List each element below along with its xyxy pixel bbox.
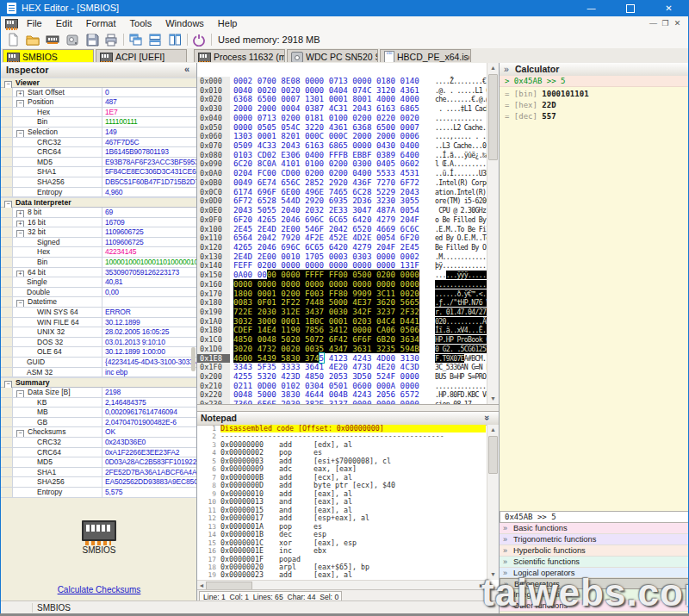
inspector-row[interactable]: +16 bit16709 bbox=[1, 218, 196, 228]
inspector-row[interactable]: WIN SYS 64ERROR bbox=[1, 308, 196, 318]
hex-ascii[interactable]: Íï.ä..xV4...Ê... bbox=[435, 326, 493, 335]
hex-ascii[interactable]: r. 01.47.04/27/2 bbox=[435, 308, 493, 317]
inspector-row[interactable]: Signed1109606725 bbox=[1, 238, 196, 248]
inspector-row[interactable]: Hex42234145 bbox=[1, 247, 196, 258]
hex-ascii[interactable]: ............. . bbox=[435, 114, 493, 123]
tile-vertical-icon[interactable] bbox=[168, 33, 183, 47]
hex-ascii[interactable]: .E.M..To Be Fill bbox=[435, 225, 493, 234]
inspector-row[interactable]: −32 bit1109606725 bbox=[1, 227, 196, 238]
maximize-button[interactable] bbox=[611, 0, 649, 16]
hex-ascii[interactable]: o Be Filled By O bbox=[435, 215, 493, 225]
inspector-row[interactable]: DOS 3203.01.2013 9:10:10 bbox=[1, 338, 196, 348]
menu-item-windows[interactable]: Windows bbox=[158, 16, 211, 32]
open-disk-icon[interactable] bbox=[65, 33, 80, 47]
hex-ascii[interactable]: F.T9X07EA#BCM.10 bbox=[435, 354, 493, 364]
hex-ascii[interactable]: ....‚..... . ... bbox=[435, 132, 493, 141]
inspector-row[interactable]: MD50D03A28AC2B583FF101922D41... bbox=[1, 457, 196, 468]
inspector-row[interactable]: GB2,04704701900482E-6 bbox=[1, 418, 196, 428]
collapse-down-icon[interactable]: » bbox=[482, 415, 493, 420]
open-folder-icon[interactable] bbox=[26, 33, 40, 47]
minimize-button[interactable]: — bbox=[572, 0, 611, 16]
collapse-icon[interactable]: − bbox=[16, 300, 24, 307]
inspector-row[interactable]: Bin10000100010001101000001010... bbox=[1, 258, 196, 268]
notepad-scrollbar[interactable]: ▲ ▼ bbox=[487, 425, 499, 580]
inspector-row[interactable]: Double0,00 bbox=[1, 288, 196, 298]
inspector-row[interactable]: −Data Size [B]2198 bbox=[1, 388, 196, 398]
hex-ascii[interactable]: .....L2 Cache... bbox=[435, 123, 493, 133]
hex-view[interactable]: 0x0000002 0700 8E08 0000 0713 0000 0180 … bbox=[197, 63, 499, 405]
menu-item-tools[interactable]: Tools bbox=[123, 16, 159, 32]
hex-ascii[interactable]: .HP.80FD.KBC Ver bbox=[435, 390, 493, 400]
calculate-checksums-link[interactable]: Calculate Checksums bbox=[1, 585, 197, 594]
collapse-left-icon[interactable]: « bbox=[184, 64, 189, 74]
inspector-section-viewer[interactable]: −Viewer bbox=[1, 78, 196, 88]
menu-item-file[interactable]: File bbox=[20, 16, 49, 32]
expand-icon[interactable]: + bbox=[16, 221, 24, 227]
hex-ascii[interactable]: 0 G2. .5CG6125YK bbox=[435, 345, 493, 354]
hex-ascii[interactable]: .@. . .....L1 Ca bbox=[435, 86, 493, 96]
notepad-lines[interactable]: 1Disassembled code [Offset: 0x00000000]2… bbox=[197, 425, 486, 580]
tab-acpi-uefi-[interactable]: ACPI [UEFI] bbox=[96, 49, 187, 62]
inspector-row[interactable]: MD5E93B78AF6F23ACC3BF5953998... bbox=[1, 158, 196, 168]
inspector-row[interactable]: CRC641B6145B907801193 bbox=[1, 147, 196, 158]
inspector-row[interactable]: −Datetime bbox=[1, 297, 196, 308]
inspector-row[interactable]: ASM 32inc ebp bbox=[1, 368, 196, 378]
tab-hbcd-pe-x64-iso[interactable]: 010HBCD_PE_x64.iso bbox=[380, 49, 471, 62]
hex-ascii[interactable]: þÿ.............. bbox=[435, 261, 493, 271]
inspector-row[interactable]: CRC32467F7D5C bbox=[1, 138, 196, 148]
hex-ascii[interactable]: ................ bbox=[435, 382, 493, 391]
calc-category-scientific-functions[interactable]: »Scientific functions bbox=[500, 557, 689, 568]
open-memory-icon[interactable] bbox=[46, 33, 60, 47]
hex-bytes[interactable]: 0000 0000 0000 0000 0000 0000 0000 0000 bbox=[233, 280, 419, 289]
hex-ascii[interactable]: ..ü.Í.......U3E1 bbox=[435, 169, 493, 178]
print-icon[interactable] bbox=[104, 33, 119, 47]
hex-ascii[interactable]: Be Filled By O.E bbox=[435, 243, 493, 252]
hex-ascii[interactable]: BUS B=HP S=PRO.. bbox=[435, 372, 493, 382]
inspector-row[interactable]: OLE 6430.12.1899 1:00:00 bbox=[1, 347, 196, 358]
hex-ascii[interactable]: .Intel(R) Corpor bbox=[435, 178, 493, 188]
hex-ascii[interactable]: ore(TM) i5-6200U bbox=[435, 196, 493, 206]
calc-category-integer-functions[interactable]: »Integer functions bbox=[500, 589, 689, 600]
power-icon[interactable] bbox=[192, 33, 207, 47]
panel-splitter[interactable] bbox=[197, 405, 499, 411]
hex-ascii[interactable]: che.......€.@.@. bbox=[435, 95, 493, 104]
inspector-row[interactable]: Entropy5,575 bbox=[1, 488, 196, 498]
inspector-row[interactable]: KB2,146484375 bbox=[1, 398, 196, 408]
close-button[interactable]: ✕ bbox=[649, 0, 688, 16]
inspector-row[interactable]: WIN FILE 6430.12.1899 bbox=[1, 318, 196, 328]
collapse-icon[interactable]: − bbox=[16, 100, 24, 107]
child-restore-icon[interactable]: ❐ bbox=[660, 19, 672, 28]
menu-item-help[interactable]: Help bbox=[211, 16, 245, 32]
hex-scrollbar[interactable]: ▲ ▼ bbox=[487, 63, 499, 404]
save-icon[interactable] bbox=[85, 33, 100, 47]
inspector-scrollbar-thumb[interactable] bbox=[191, 347, 196, 371]
collapse-icon[interactable]: − bbox=[16, 430, 24, 437]
inspector-row[interactable]: +64 bit3530907059126223173 bbox=[1, 268, 196, 278]
inspector-section-summary[interactable]: −Summary bbox=[1, 377, 196, 388]
tile-horizontal-icon[interactable] bbox=[148, 33, 163, 47]
expand-icon[interactable]: + bbox=[16, 210, 24, 217]
hex-ascii[interactable]: ed By O.E.M..To bbox=[435, 233, 493, 243]
hex-ascii[interactable]: ation.Intel(R) C bbox=[435, 188, 493, 197]
hex-ascii[interactable]: 3C_5336AN G=N L= bbox=[435, 363, 493, 372]
inspector-row[interactable]: GUID{42234145-4D43-3100-3033-43... bbox=[1, 358, 196, 368]
scroll-down-icon[interactable]: ▼ bbox=[487, 394, 499, 404]
collapse-icon[interactable]: − bbox=[16, 130, 24, 137]
inspector-section-data-interpreter[interactable]: −Data Interpreter bbox=[1, 197, 196, 208]
inspector-row[interactable]: CRC320x243D36E0 bbox=[1, 438, 196, 448]
calc-category-basic-functions[interactable]: »Basic functions bbox=[500, 523, 689, 534]
hex-ascii[interactable]: ......ÿÿÿ....... bbox=[435, 271, 493, 280]
hex-ascii[interactable]: .M.............. bbox=[435, 252, 493, 262]
inspector-row[interactable]: MB0,00209617614746094 bbox=[1, 408, 196, 418]
inspector-row[interactable]: SHA12FE52D7BA36A1ABCF6A4AF5C... bbox=[1, 468, 196, 478]
calc-category-bit-operators[interactable]: »Bit operators bbox=[500, 578, 689, 589]
collapse-icon[interactable]: − bbox=[16, 390, 24, 397]
hex-ascii[interactable]: ..L3 Cache...0.. bbox=[435, 141, 493, 151]
expand-icon[interactable]: + bbox=[16, 90, 24, 97]
hex-ascii[interactable]: 020..........ÄÔA bbox=[435, 317, 493, 327]
inspector-row[interactable]: UNIX 3228.02.2005 16:05:25 bbox=[1, 327, 196, 338]
inspector-row[interactable]: SHA15F84CE8EC306D3C431CE6DE9F... bbox=[1, 167, 196, 177]
notepad-scrollbar-thumb[interactable] bbox=[488, 436, 498, 474]
inspector-row[interactable]: Entropy4,960 bbox=[1, 188, 196, 198]
hex-ascii[interactable]: ....Ž........€.@ bbox=[435, 77, 493, 86]
